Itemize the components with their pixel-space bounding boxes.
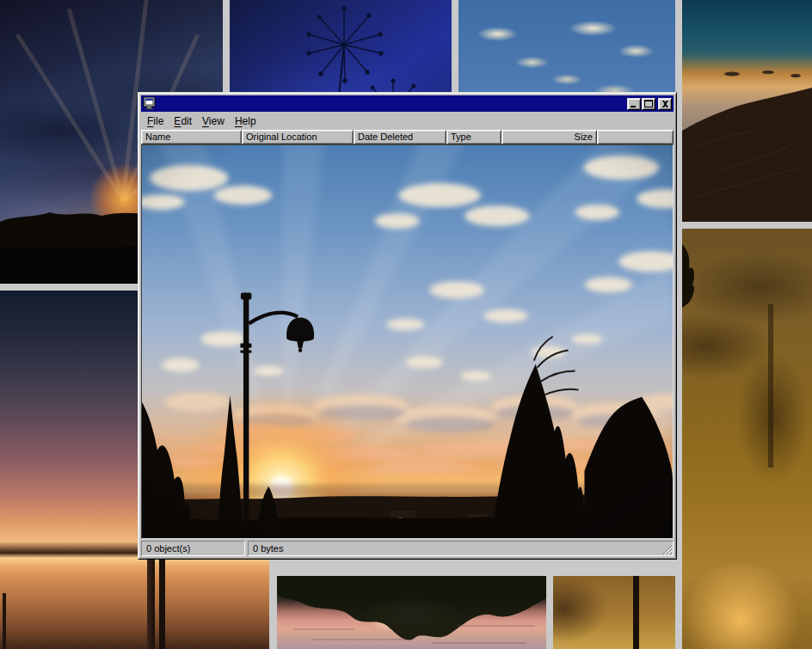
recycle-bin-window: File Edit View Help Name Original Locati… bbox=[138, 92, 677, 560]
menu-help[interactable]: Help bbox=[230, 113, 261, 129]
minimize-icon bbox=[630, 100, 638, 107]
status-size: 0 bytes bbox=[248, 541, 674, 556]
wallpaper-photo-teal-fog-mountain bbox=[682, 0, 812, 222]
column-header-filler bbox=[597, 130, 674, 144]
wooden-pole bbox=[3, 593, 6, 649]
wooden-pole bbox=[147, 554, 155, 649]
wallpaper-photo-amber-blur bbox=[682, 229, 812, 649]
wooden-pole bbox=[633, 576, 639, 649]
menu-bar: File Edit View Help bbox=[141, 112, 674, 130]
close-icon bbox=[661, 101, 669, 107]
wooden-pole bbox=[159, 557, 165, 649]
column-header-original-location[interactable]: Original Location bbox=[242, 130, 354, 144]
menu-edit[interactable]: Edit bbox=[169, 113, 197, 129]
column-header-size[interactable]: Size bbox=[501, 130, 597, 144]
status-object-count: 0 object(s) bbox=[141, 541, 245, 556]
wallpaper-photo-pink-water-reflection bbox=[277, 576, 546, 649]
column-header-date-deleted[interactable]: Date Deleted bbox=[354, 130, 446, 144]
window-icon[interactable] bbox=[143, 97, 157, 110]
menu-file[interactable]: File bbox=[142, 113, 169, 129]
maximize-button[interactable] bbox=[642, 98, 655, 110]
status-bar: 0 object(s) 0 bytes bbox=[141, 539, 674, 556]
list-column-headers: Name Original Location Date Deleted Type… bbox=[141, 130, 674, 144]
sunset-lamp-photo bbox=[142, 145, 673, 538]
resize-grip[interactable] bbox=[661, 544, 672, 554]
menu-view[interactable]: View bbox=[197, 113, 230, 129]
maximize-icon bbox=[644, 100, 653, 107]
close-button[interactable] bbox=[658, 98, 672, 110]
window-titlebar[interactable] bbox=[141, 95, 674, 112]
file-list-viewport[interactable] bbox=[141, 144, 674, 539]
status-size-text: 0 bytes bbox=[253, 543, 283, 554]
minimize-button[interactable] bbox=[627, 98, 641, 110]
column-header-type[interactable]: Type bbox=[446, 130, 501, 144]
column-header-name[interactable]: Name bbox=[141, 130, 242, 144]
wallpaper-photo-amber-pole bbox=[553, 576, 675, 649]
